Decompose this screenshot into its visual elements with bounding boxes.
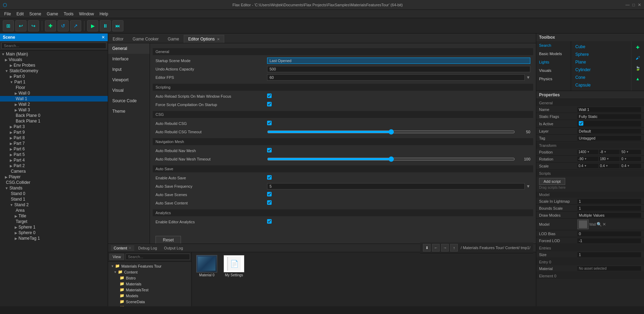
toolbox-icon-leaf[interactable]: 🍃 (633, 63, 643, 73)
auto-rebuild-csg-checkbox[interactable] (267, 121, 272, 125)
rot-x-val[interactable]: -90 (578, 157, 583, 161)
prop-size-value[interactable]: 1 (577, 252, 641, 257)
content-tree-materials[interactable]: 📁 Materials (108, 281, 191, 287)
editor-nav-visual[interactable]: Visual (108, 85, 150, 96)
content-tab-outputlog[interactable]: Output Log (161, 245, 185, 251)
content-tree-scenedata[interactable]: 📁 SceneData (108, 299, 191, 305)
tree-item-sphere1[interactable]: ▶ Sphere 1 (0, 224, 108, 230)
menu-game[interactable]: Game (44, 12, 61, 16)
tree-item-title[interactable]: ▶ Title (0, 213, 108, 219)
toolbox-cube[interactable]: Cube (573, 43, 629, 50)
rot-y-val[interactable]: 180 (600, 157, 606, 161)
nav-timeout-slider[interactable] (267, 156, 515, 162)
tree-item-wall3[interactable]: ▶ Wall 3 (0, 107, 108, 113)
startup-scene-mode-input[interactable] (267, 58, 530, 64)
maximize-btn[interactable]: □ (632, 2, 635, 7)
prop-draw-modes-value[interactable]: Multiple Values (577, 213, 641, 218)
prop-scale-lightmap-value[interactable]: 1 (577, 199, 641, 204)
content-tree-bistro[interactable]: 📁 Bistro (108, 275, 191, 281)
prop-material-value[interactable]: No asset selected (577, 266, 641, 271)
editor-nav-viewport[interactable]: Viewport (108, 75, 150, 85)
pos-x-val[interactable]: 1400 (578, 150, 586, 154)
prop-static-flags-value[interactable]: Fully Static (577, 114, 641, 119)
tree-item-part3[interactable]: ▶ Part 3 (0, 124, 108, 129)
menu-tools[interactable]: Tools (61, 12, 76, 16)
tree-item-part1[interactable]: ▼ Part 1 (0, 79, 108, 85)
editor-nav-interface[interactable]: Interface (108, 54, 150, 64)
tree-item-part7[interactable]: ▶ Part 7 (0, 141, 108, 146)
tree-item-sphere0[interactable]: ▶ Sphere 0 (0, 230, 108, 236)
content-tab-content[interactable]: Content ✕ (111, 245, 134, 251)
toolbox-nav-physics[interactable]: Physics (536, 75, 571, 83)
minimize-btn[interactable]: — (626, 2, 630, 7)
tree-item-stand2[interactable]: ▼ Stand 2 (0, 202, 108, 208)
prop-lod-bias-value[interactable]: 0 (577, 231, 641, 236)
tree-item-floor[interactable]: Floor (0, 85, 108, 90)
enable-analytics-checkbox[interactable] (267, 219, 272, 224)
toolbar-undo-btn[interactable]: ↩ (15, 20, 26, 31)
editor-nav-theme[interactable]: Theme (108, 106, 150, 117)
tree-item-part2[interactable]: ▶ Part 2 (0, 163, 108, 169)
tree-item-part0[interactable]: ▶ Part 0 (0, 74, 108, 79)
toolbar-new-btn[interactable]: ⊞ (3, 20, 14, 31)
tree-item-stand0[interactable]: Stand 0 (0, 191, 108, 196)
autosave-freq-input[interactable] (267, 183, 525, 189)
tree-item-nametag1[interactable]: ▶ NameTag 1 (0, 236, 108, 241)
tree-item-wall1[interactable]: Wall 1 (0, 96, 108, 102)
tree-item-part9[interactable]: ▶ Part 9 (0, 129, 108, 135)
tree-item-stand1[interactable]: Stand 1 (0, 196, 108, 202)
tab-editoroptions[interactable]: Editor Options ✕ (184, 35, 224, 43)
tree-item-wall2[interactable]: ▶ Wall 2 (0, 102, 108, 107)
tree-item-backplane1[interactable]: Back Plane 1 (0, 118, 108, 124)
tree-item-staticgeometry[interactable]: ▼ StaticGeometry (0, 68, 108, 74)
scale-x-val[interactable]: 0.4 (578, 164, 583, 168)
menu-scene[interactable]: Scene (26, 12, 44, 16)
close-btn[interactable]: ✕ (638, 2, 641, 7)
editor-nav-general[interactable]: General (108, 43, 150, 54)
tab-gamecooker[interactable]: Game Cooker (128, 35, 163, 43)
toolbox-capsule[interactable]: Capsule (573, 82, 629, 89)
toolbox-icon-brush[interactable]: 🖌 (633, 53, 643, 63)
tree-item-part4[interactable]: ▶ Part 4 (0, 157, 108, 163)
content-search-input[interactable] (126, 254, 190, 260)
toolbox-nav-lights[interactable]: Lights (536, 58, 571, 66)
prop-bounds-scale-value[interactable]: 1 (577, 206, 641, 211)
tree-item-part8[interactable]: ▶ Part 8 (0, 135, 108, 141)
toolbox-nav-visuals[interactable]: Visuals (536, 66, 571, 75)
file-item-material0[interactable]: Material 0 (195, 255, 219, 277)
toolbox-sphere[interactable]: Sphere (573, 51, 629, 58)
tree-item-stands[interactable]: ▼ Stands (0, 185, 108, 191)
content-tree-scenes[interactable]: 📁 Scenes (108, 305, 191, 306)
tree-item-area[interactable]: Area (0, 208, 108, 213)
pos-y-val[interactable]: -8 (600, 150, 603, 154)
file-item-mysettings[interactable]: 📄 My Settings (222, 255, 246, 277)
tree-item-part5[interactable]: ▶ Part 5 (0, 152, 108, 157)
tab-editor[interactable]: Editor (108, 35, 128, 43)
toolbar-bake-btn[interactable]: ↺ (58, 20, 69, 31)
content-tree-models[interactable]: 📁 Models (108, 293, 191, 299)
toolbox-icon-add[interactable]: ✚ (633, 43, 643, 52)
scale-z-val[interactable]: 0.4 (621, 164, 626, 168)
toolbox-cylinder[interactable]: Cylinder (573, 66, 629, 73)
content-forward-btn[interactable]: → (441, 244, 449, 252)
tree-item-envprobes[interactable]: ▶ Env Probes (0, 62, 108, 68)
menu-file[interactable]: File (1, 12, 14, 16)
tree-item-part6[interactable]: ▶ Part 6 (0, 146, 108, 152)
pos-z-val[interactable]: 50 (621, 150, 625, 154)
toolbox-nav-basicmodels[interactable]: Basic Models (536, 50, 571, 58)
editor-nav-input[interactable]: Input (108, 64, 150, 75)
menu-edit[interactable]: Edit (14, 12, 26, 16)
toolbox-nav-search[interactable]: Search (536, 41, 571, 50)
tree-item-main[interactable]: ▼ Main (Main) (0, 51, 108, 57)
content-download-btn[interactable]: ⬇ (423, 244, 431, 252)
autosave-scenes-checkbox[interactable] (267, 192, 272, 196)
csg-timeout-slider[interactable] (267, 129, 515, 135)
force-script-checkbox[interactable] (267, 102, 272, 106)
menu-window[interactable]: Window (76, 12, 97, 16)
content-back-btn[interactable]: ← (432, 244, 440, 252)
content-tab-debuglog[interactable]: Debug Log (136, 245, 160, 251)
toolbox-cone[interactable]: Cone (573, 74, 629, 81)
tab-game[interactable]: Game (163, 35, 184, 43)
scene-close-btn[interactable]: ✕ (101, 35, 105, 40)
menu-help[interactable]: Help (97, 12, 111, 16)
